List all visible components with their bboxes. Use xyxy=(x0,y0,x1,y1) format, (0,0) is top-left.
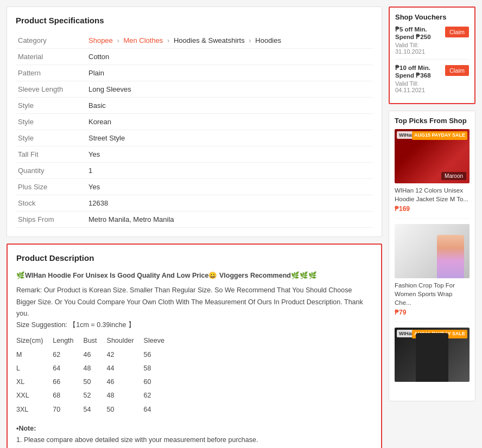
desc-content: 🌿WIHan Hoodie For Unisex Is Good Quality… xyxy=(16,270,372,448)
claim-button-0[interactable]: Claim xyxy=(445,27,469,37)
spec-label: Style xyxy=(16,130,86,146)
spec-value: Cotton xyxy=(86,49,373,65)
size-cell: 64 xyxy=(144,403,174,417)
note-item: 2. Please allow 2-3cm differs due to man… xyxy=(16,446,372,448)
size-cell: 62 xyxy=(53,348,83,362)
size-header: Sleeve xyxy=(144,334,174,348)
breadcrumb-separator: › xyxy=(165,36,172,44)
size-cell: 58 xyxy=(144,362,174,375)
spec-value: Metro Manila, Metro Manila xyxy=(86,212,373,228)
voucher-item-1: ₱10 off Min. Spend ₱368Valid Till: 04.11… xyxy=(395,64,469,98)
spec-label: Quantity xyxy=(16,163,86,179)
spec-label: Stock xyxy=(16,195,86,212)
product-price: ₱169 xyxy=(395,205,470,213)
size-cell: 50 xyxy=(107,403,144,417)
desc-heading: 🌿WIHan Hoodie For Unisex Is Good Quality… xyxy=(16,270,372,281)
product-name: Fashion Crop Top For Women Sports Wrap C… xyxy=(395,281,470,307)
breadcrumb-link[interactable]: Shopee xyxy=(88,36,113,44)
size-header: Length xyxy=(53,334,83,348)
size-cell: 46 xyxy=(107,375,144,389)
size-cell: 48 xyxy=(107,389,144,402)
product-image: WIHanAUG15 PAYDAY SALEMaroon xyxy=(395,129,470,183)
size-header: Shoulder xyxy=(107,334,144,348)
voucher-info: ₱10 off Min. Spend ₱368Valid Till: 04.11… xyxy=(395,64,441,93)
spec-label: Plus Size xyxy=(16,179,86,195)
voucher-amount: ₱5 off Min. Spend ₱250 xyxy=(395,25,441,41)
size-cell: 62 xyxy=(144,389,174,402)
product-image xyxy=(395,224,470,278)
voucher-info: ₱5 off Min. Spend ₱250Valid Till: 31.10.… xyxy=(395,25,441,55)
spec-label: Tall Fit xyxy=(16,146,86,163)
spec-label: Ships From xyxy=(16,212,86,228)
note-title: •Note: xyxy=(16,423,372,434)
breadcrumb-separator: › xyxy=(115,36,122,44)
spec-value: 1 xyxy=(86,163,373,179)
size-cell: 54 xyxy=(84,403,107,417)
size-cell: 50 xyxy=(84,375,107,389)
size-cell: 70 xyxy=(53,403,83,417)
spec-value: Shopee › Men Clothes › Hoodies & Sweatsh… xyxy=(86,33,373,49)
product-name: WIHan 12 Colors Unisex Hoodie Jacket Siz… xyxy=(395,186,470,203)
top-picks-card: Top Picks From Shop WIHanAUG15 PAYDAY SA… xyxy=(389,111,475,401)
specs-table: CategoryShopee › Men Clothes › Hoodies &… xyxy=(16,33,373,228)
size-header: Bust xyxy=(84,334,107,348)
desc-remark: Remark: Our Product is Korean Size. Smal… xyxy=(16,285,372,319)
specs-title: Product Specifications xyxy=(16,16,373,25)
size-cell: 46 xyxy=(84,348,107,362)
model-figure-dark xyxy=(416,333,448,382)
spec-value: Yes xyxy=(86,146,373,163)
spec-value: Yes xyxy=(86,179,373,195)
product-badge: AUG15 PAYDAY SALE xyxy=(412,131,467,140)
size-cell: 52 xyxy=(84,389,107,402)
size-header: Size(cm) xyxy=(16,334,53,348)
product-item-0[interactable]: WIHanAUG15 PAYDAY SALEMaroonWIHan 12 Col… xyxy=(395,129,470,219)
size-cell: 3XL xyxy=(16,403,53,417)
size-cell: L xyxy=(16,362,53,375)
voucher-item-0: ₱5 off Min. Spend ₱250Valid Till: 31.10.… xyxy=(395,25,469,60)
desc-suggestion: Size Suggestion: 【1cm = 0.39inche 】 xyxy=(16,319,372,331)
size-cell: 44 xyxy=(107,362,144,375)
claim-button-1[interactable]: Claim xyxy=(445,65,469,76)
voucher-title: Shop Vouchers xyxy=(395,13,469,21)
size-table: Size(cm)LengthBustShoulderSleeveM6246425… xyxy=(16,334,174,417)
spec-label: Style xyxy=(16,114,86,130)
spec-value: Street Style xyxy=(86,130,373,146)
spec-value: Basic xyxy=(86,98,373,114)
voucher-card: Shop Vouchers ₱5 off Min. Spend ₱250Vali… xyxy=(389,7,475,104)
size-cell: 42 xyxy=(107,348,144,362)
note-item: 1. Please compare above detailed size wi… xyxy=(16,434,372,446)
size-cell: 66 xyxy=(53,375,83,389)
voucher-valid: Valid Till: 04.11.2021 xyxy=(395,80,441,93)
spec-label: Pattern xyxy=(16,65,86,81)
spec-label: Style xyxy=(16,98,86,114)
spec-value: Plain xyxy=(86,65,373,81)
size-cell: 68 xyxy=(53,389,83,402)
breadcrumb-link[interactable]: Men Clothes xyxy=(123,36,163,44)
voucher-amount: ₱10 off Min. Spend ₱368 xyxy=(395,64,441,79)
spec-value: Korean xyxy=(86,114,373,130)
product-item-2[interactable]: WIHanAUG15 PAYDAY SALE xyxy=(395,328,470,390)
size-cell: XXL xyxy=(16,389,53,402)
spec-label: Category xyxy=(16,33,86,49)
product-item-1[interactable]: Fashion Crop Top For Women Sports Wrap C… xyxy=(395,224,470,322)
desc-title: Product Description xyxy=(16,253,372,263)
model-figure xyxy=(437,235,464,278)
spec-value: 12638 xyxy=(86,195,373,212)
voucher-valid: Valid Till: 31.10.2021 xyxy=(395,42,441,55)
product-color-label: Maroon xyxy=(441,172,466,180)
spec-value: Long Sleeves xyxy=(86,81,373,98)
top-picks-title: Top Picks From Shop xyxy=(395,117,470,125)
spec-label: Sleeve Length xyxy=(16,81,86,98)
size-cell: M xyxy=(16,348,53,362)
size-cell: 60 xyxy=(144,375,174,389)
size-cell: 48 xyxy=(84,362,107,375)
size-cell: 56 xyxy=(144,348,174,362)
spec-label: Material xyxy=(16,49,86,65)
size-cell: 64 xyxy=(53,362,83,375)
product-image: WIHanAUG15 PAYDAY SALE xyxy=(395,328,470,382)
size-cell: XL xyxy=(16,375,53,389)
breadcrumb-separator: › xyxy=(247,36,253,44)
product-price: ₱79 xyxy=(395,309,470,316)
